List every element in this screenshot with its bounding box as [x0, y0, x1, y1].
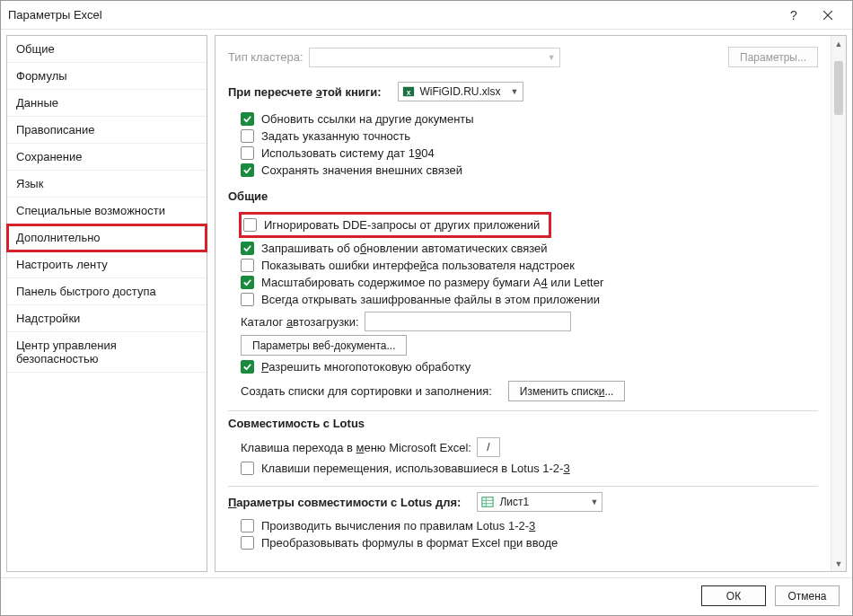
vertical-scrollbar[interactable]: ▲ ▼	[831, 36, 846, 571]
chk-ask-auto-links[interactable]: Запрашивать об обновлении автоматических…	[241, 240, 818, 257]
dialog-footer: ОК Отмена	[1, 577, 852, 615]
divider	[228, 486, 818, 487]
chk-external-values[interactable]: Сохранять значения внешних связей	[241, 162, 818, 179]
sidebar-item-trust-center[interactable]: Центр управления безопасностью	[7, 332, 207, 373]
chk-1904-dates[interactable]: Использовать систему дат 1904	[241, 145, 818, 162]
chk-lotus-nav-keys[interactable]: Клавиши перемещения, использовавшиеся в …	[241, 460, 818, 477]
chk-lotus-calc[interactable]: Производить вычисления по правилам Lotus…	[241, 517, 818, 534]
lotus-compat-label: Параметры совместимости с Lotus для:	[228, 496, 461, 509]
checkbox-icon	[241, 536, 254, 550]
sheet-icon	[481, 496, 494, 508]
help-button[interactable]: ?	[777, 3, 811, 28]
lotus-sheet-dropdown[interactable]: Лист1 ▼	[477, 492, 602, 512]
chk-lotus-convert[interactable]: Преобразовывать формулы в формат Excel п…	[241, 534, 818, 551]
sidebar-item-accessibility[interactable]: Специальные возможности	[7, 198, 207, 224]
checkbox-icon	[241, 146, 254, 160]
sidebar-item-formulas[interactable]: Формулы	[7, 63, 207, 90]
edit-lists-button[interactable]: Изменить списки...	[508, 381, 626, 401]
sidebar-item-proofing[interactable]: Правописание	[7, 117, 207, 144]
recalc-workbook-label: При пересчете этой книги:	[228, 85, 382, 99]
checkbox-icon	[241, 242, 254, 255]
checkbox-icon	[241, 462, 254, 475]
ok-button[interactable]: ОК	[701, 585, 766, 606]
chk-update-links[interactable]: Обновить ссылки на другие документы	[241, 110, 818, 128]
workbook-dropdown[interactable]: X WiFiGID.RU.xlsx ▼	[398, 82, 523, 101]
cancel-button[interactable]: Отмена	[775, 585, 840, 606]
category-sidebar: Общие Формулы Данные Правописание Сохран…	[6, 35, 207, 572]
chk-ignore-dde[interactable]: Игнорировать DDE-запросы от других прило…	[243, 216, 540, 233]
dialog-body: Общие Формулы Данные Правописание Сохран…	[1, 30, 852, 577]
checkbox-icon	[241, 129, 254, 143]
sidebar-item-addins[interactable]: Надстройки	[7, 305, 207, 332]
excel-file-icon: X	[402, 85, 415, 98]
workbook-name: WiFiGID.RU.xlsx	[420, 85, 501, 98]
divider	[228, 410, 818, 411]
sheet-name: Лист1	[499, 496, 529, 508]
web-doc-params-button[interactable]: Параметры веб-документа...	[241, 335, 407, 356]
content-panel: Тип кластера: ▼ Параметры... При пересче…	[215, 36, 831, 571]
section-lotus: Совместимость с Lotus	[228, 417, 818, 430]
sort-lists-label: Создать списки для сортировки и заполнен…	[241, 384, 492, 398]
highlight-box-dde: Игнорировать DDE-запросы от других прило…	[239, 212, 551, 238]
title-bar: Параметры Excel ?	[1, 1, 852, 30]
section-general: Общие	[228, 189, 818, 203]
sidebar-item-advanced[interactable]: Дополнительно	[7, 224, 207, 251]
autoload-path-input[interactable]	[365, 312, 571, 331]
sidebar-item-customize-ribbon[interactable]: Настроить ленту	[7, 251, 207, 278]
checkbox-icon	[241, 112, 254, 126]
checkbox-icon	[241, 259, 254, 272]
checkbox-icon	[241, 293, 254, 306]
checkbox-icon	[241, 360, 254, 374]
chk-scale-content[interactable]: Масштабировать содержимое по размеру бум…	[241, 274, 818, 291]
svg-rect-4	[482, 497, 493, 507]
content-area: Тип кластера: ▼ Параметры... При пересче…	[215, 35, 847, 572]
sidebar-item-quick-access[interactable]: Панель быстрого доступа	[7, 278, 207, 305]
window-title: Параметры Excel	[8, 8, 777, 22]
lotus-menu-key-label: Клавиша перехода в меню Microsoft Excel:	[241, 441, 471, 454]
svg-text:X: X	[406, 90, 410, 96]
chk-multithread[interactable]: Разрешить многопотоковую обработку	[241, 358, 818, 375]
sidebar-item-general[interactable]: Общие	[7, 36, 207, 63]
checkbox-icon	[241, 276, 254, 289]
scrollbar-thumb[interactable]	[834, 61, 843, 115]
scroll-down-arrow-icon[interactable]: ▼	[831, 556, 846, 571]
sidebar-item-data[interactable]: Данные	[7, 90, 207, 117]
sidebar-item-save[interactable]: Сохранение	[7, 144, 207, 171]
close-button[interactable]	[811, 3, 845, 28]
chk-set-precision[interactable]: Задать указанную точность	[241, 128, 818, 145]
cluster-type-dropdown[interactable]: ▼	[309, 48, 560, 67]
close-icon	[823, 11, 832, 20]
chk-show-addin-errors[interactable]: Показывать ошибки интерфейса пользовател…	[241, 257, 818, 274]
chk-open-encrypted[interactable]: Всегда открывать зашифрованные файлы в э…	[241, 291, 818, 308]
checkbox-icon	[241, 163, 254, 177]
checkbox-icon	[241, 519, 254, 532]
checkbox-icon	[243, 218, 257, 232]
cluster-params-button[interactable]: Параметры...	[728, 47, 818, 67]
cluster-type-label: Тип кластера:	[228, 50, 303, 64]
excel-options-dialog: Параметры Excel ? Общие Формулы Данные П…	[0, 0, 853, 616]
autoload-label: Каталог автозагрузки:	[241, 315, 359, 329]
scroll-up-arrow-icon[interactable]: ▲	[831, 36, 846, 51]
lotus-menu-key-input[interactable]: /	[477, 437, 500, 457]
sidebar-item-language[interactable]: Язык	[7, 171, 207, 198]
